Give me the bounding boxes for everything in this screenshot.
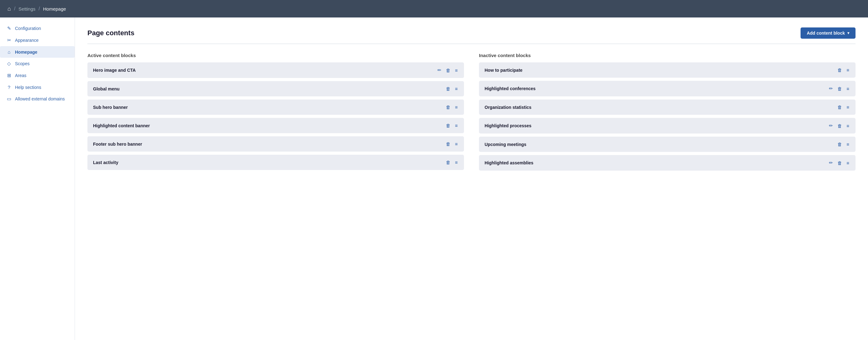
block-name: Highlighted content banner: [93, 123, 150, 128]
block-actions: 🗑 ≡: [445, 141, 458, 147]
block-item: How to participate 🗑 ≡: [479, 62, 856, 78]
block-item: Organization statistics 🗑 ≡: [479, 100, 856, 115]
drag-icon[interactable]: ≡: [454, 86, 458, 92]
drag-icon[interactable]: ≡: [454, 104, 458, 110]
breadcrumb-current: Homepage: [43, 6, 66, 11]
block-actions: ✏ 🗑 ≡: [828, 122, 850, 129]
sidebar-label-allowed-domains: Allowed external domains: [15, 96, 65, 101]
block-name: Last activity: [93, 160, 118, 165]
block-actions: ✏ 🗑 ≡: [828, 159, 850, 166]
delete-icon[interactable]: 🗑: [837, 123, 843, 129]
home-nav-icon: ⌂: [6, 49, 12, 55]
drag-icon[interactable]: ≡: [454, 67, 458, 74]
block-item: Hero image and CTA ✏ 🗑 ≡: [87, 62, 464, 78]
edit-icon[interactable]: ✏: [828, 85, 834, 92]
delete-icon[interactable]: 🗑: [837, 160, 843, 166]
block-actions: 🗑 ≡: [445, 122, 458, 129]
sidebar-label-homepage: Homepage: [15, 49, 37, 55]
delete-icon[interactable]: 🗑: [445, 141, 451, 147]
breadcrumb-sep-1: /: [14, 6, 15, 11]
block-name: Sub hero banner: [93, 105, 128, 110]
edit-icon[interactable]: ✏: [828, 122, 834, 129]
block-name: Footer sub hero banner: [93, 142, 142, 147]
add-content-block-button[interactable]: Add content block ▾: [801, 28, 856, 39]
inactive-column: Inactive content blocks How to participa…: [479, 53, 856, 174]
block-actions: 🗑 ≡: [445, 104, 458, 110]
active-column: Active content blocks Hero image and CTA…: [87, 53, 464, 174]
drag-icon[interactable]: ≡: [454, 122, 458, 129]
block-actions: ✏ 🗑 ≡: [437, 67, 458, 74]
question-icon: ?: [6, 84, 12, 90]
drag-icon[interactable]: ≡: [846, 67, 850, 73]
block-actions: 🗑 ≡: [445, 86, 458, 92]
home-icon: ⌂: [7, 6, 11, 12]
topbar: ⌂ / Settings / Homepage: [0, 0, 868, 18]
layout: ✎ Configuration ✂ Appearance ⌂ Homepage …: [0, 18, 868, 340]
block-name: How to participate: [485, 68, 522, 73]
block-name: Highlighted processes: [485, 123, 531, 128]
drag-icon[interactable]: ≡: [846, 123, 850, 129]
delete-icon[interactable]: 🗑: [445, 86, 451, 92]
active-section-label: Active content blocks: [87, 53, 464, 58]
drag-icon[interactable]: ≡: [846, 141, 850, 147]
delete-icon[interactable]: 🗑: [445, 159, 451, 166]
block-name: Highlighted assemblies: [485, 160, 533, 165]
drag-icon[interactable]: ≡: [454, 141, 458, 147]
block-actions: ✏ 🗑 ≡: [828, 85, 850, 92]
edit-icon[interactable]: ✏: [437, 67, 442, 74]
delete-icon[interactable]: 🗑: [837, 86, 843, 92]
add-button-label: Add content block: [807, 31, 845, 36]
sidebar-item-scopes[interactable]: ◇ Scopes: [0, 58, 74, 70]
chevron-down-icon: ▾: [847, 31, 849, 35]
sidebar-label-areas: Areas: [15, 73, 27, 78]
sidebar-item-help-sections[interactable]: ? Help sections: [0, 81, 74, 93]
breadcrumb-settings[interactable]: Settings: [19, 6, 35, 11]
inactive-section-label: Inactive content blocks: [479, 53, 856, 58]
block-item: Upcoming meetings 🗑 ≡: [479, 137, 856, 152]
diamond-icon: ◇: [6, 61, 12, 66]
block-item: Highlighted assemblies ✏ 🗑 ≡: [479, 155, 856, 171]
block-actions: 🗑 ≡: [445, 159, 458, 166]
block-item: Highlighted processes ✏ 🗑 ≡: [479, 118, 856, 134]
block-actions: 🗑 ≡: [837, 104, 850, 110]
grid-icon: ⊞: [6, 73, 12, 78]
delete-icon[interactable]: 🗑: [837, 141, 843, 147]
edit-icon[interactable]: ✏: [828, 159, 834, 166]
sidebar-item-homepage[interactable]: ⌂ Homepage: [0, 46, 74, 58]
block-actions: 🗑 ≡: [837, 141, 850, 147]
block-name: Highlighted conferences: [485, 86, 535, 91]
sidebar-label-appearance: Appearance: [15, 38, 39, 43]
block-item: Global menu 🗑 ≡: [87, 81, 464, 96]
drag-icon[interactable]: ≡: [846, 160, 850, 166]
delete-icon[interactable]: 🗑: [445, 104, 451, 110]
section-divider: [87, 44, 856, 44]
block-item: Last activity 🗑 ≡: [87, 155, 464, 170]
drag-icon[interactable]: ≡: [454, 159, 458, 166]
blocks-grid: Active content blocks Hero image and CTA…: [87, 53, 856, 174]
main-content: Page contents Add content block ▾ Active…: [75, 18, 868, 340]
sidebar-item-allowed-external-domains[interactable]: ▭ Allowed external domains: [0, 93, 74, 105]
sidebar-label-help-sections: Help sections: [15, 85, 41, 90]
block-name: Hero image and CTA: [93, 68, 136, 73]
breadcrumb-sep-2: /: [39, 6, 40, 11]
monitor-icon: ▭: [6, 96, 12, 102]
delete-icon[interactable]: 🗑: [445, 67, 451, 74]
drag-icon[interactable]: ≡: [846, 86, 850, 92]
sidebar-label-scopes: Scopes: [15, 61, 30, 66]
block-item: Footer sub hero banner 🗑 ≡: [87, 136, 464, 151]
block-item: Sub hero banner 🗑 ≡: [87, 100, 464, 115]
delete-icon[interactable]: 🗑: [837, 104, 843, 110]
delete-icon[interactable]: 🗑: [445, 122, 451, 129]
block-name: Global menu: [93, 87, 120, 91]
pencil-icon: ✎: [6, 26, 12, 31]
delete-icon[interactable]: 🗑: [837, 67, 843, 73]
block-actions: 🗑 ≡: [837, 67, 850, 73]
sidebar-item-configuration[interactable]: ✎ Configuration: [0, 23, 74, 34]
scissors-icon: ✂: [6, 37, 12, 43]
sidebar-item-appearance[interactable]: ✂ Appearance: [0, 34, 74, 46]
drag-icon[interactable]: ≡: [846, 104, 850, 110]
block-name: Upcoming meetings: [485, 142, 526, 147]
page-title: Page contents: [87, 29, 134, 37]
sidebar-item-areas[interactable]: ⊞ Areas: [0, 70, 74, 81]
sidebar: ✎ Configuration ✂ Appearance ⌂ Homepage …: [0, 18, 75, 340]
